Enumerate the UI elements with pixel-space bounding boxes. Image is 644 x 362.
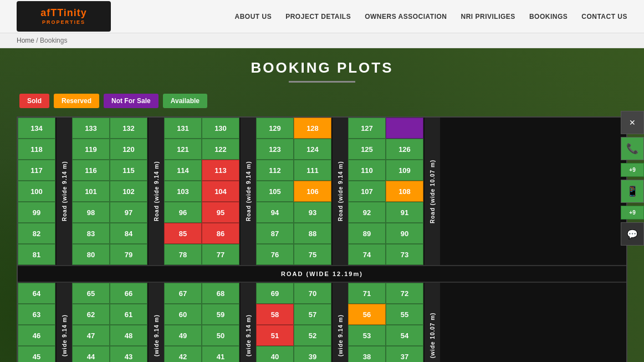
plot-84[interactable]: 84 (110, 223, 147, 244)
plot-38[interactable]: 38 (348, 346, 386, 362)
plot-119[interactable]: 119 (72, 139, 110, 160)
plot-80[interactable]: 80 (72, 244, 110, 265)
phone-number-2[interactable]: +9 (621, 206, 644, 220)
plot-81[interactable]: 81 (18, 244, 55, 265)
plot-89[interactable]: 89 (348, 223, 386, 244)
close-float-btn[interactable]: ✕ (621, 111, 644, 134)
plot-45[interactable]: 45 (18, 346, 55, 362)
plot-102[interactable]: 102 (110, 181, 147, 202)
plot-127b[interactable] (386, 118, 423, 139)
plot-61[interactable]: 61 (110, 304, 147, 325)
plot-93[interactable]: 93 (294, 202, 331, 223)
plot-90[interactable]: 90 (386, 223, 423, 244)
plot-97[interactable]: 97 (110, 202, 147, 223)
plot-85[interactable]: 85 (164, 223, 202, 244)
plot-129[interactable]: 129 (256, 118, 294, 139)
plot-91[interactable]: 91 (386, 202, 423, 223)
phone-icon-2[interactable]: 📱 (621, 180, 644, 203)
plot-106[interactable]: 106 (294, 181, 331, 202)
nav-owners[interactable]: OWNERS ASSOCIATION (365, 13, 447, 21)
plot-48[interactable]: 48 (110, 325, 147, 346)
plot-43[interactable]: 43 (110, 346, 147, 362)
nav-nri[interactable]: NRI PRIVILIGES (461, 13, 515, 21)
plot-79[interactable]: 79 (110, 244, 147, 265)
nav-project[interactable]: PROJECT DETAILS (285, 13, 351, 21)
plot-117[interactable]: 117 (18, 160, 55, 181)
whatsapp-icon[interactable]: 💬 (621, 222, 644, 246)
phone-number-1[interactable]: +9 (621, 163, 644, 177)
plot-126[interactable]: 126 (386, 139, 423, 160)
plot-66[interactable]: 66 (110, 283, 147, 304)
plot-115[interactable]: 115 (110, 160, 147, 181)
plot-55[interactable]: 55 (386, 304, 423, 325)
plot-46[interactable]: 46 (18, 325, 55, 346)
nav-bookings[interactable]: BOOKINGS (529, 13, 568, 21)
plot-87[interactable]: 87 (256, 223, 294, 244)
plot-130[interactable]: 130 (202, 118, 239, 139)
plot-63[interactable]: 63 (18, 304, 55, 325)
plot-123[interactable]: 123 (256, 139, 294, 160)
plot-73[interactable]: 73 (386, 244, 423, 265)
plot-94[interactable]: 94 (256, 202, 294, 223)
plot-86[interactable]: 86 (202, 223, 239, 244)
plot-128[interactable]: 128 (294, 118, 331, 139)
plot-78[interactable]: 78 (164, 244, 202, 265)
plot-56[interactable]: 56 (348, 304, 386, 325)
plot-114[interactable]: 114 (164, 160, 202, 181)
plot-112[interactable]: 112 (256, 160, 294, 181)
plot-120[interactable]: 120 (110, 139, 147, 160)
plot-70[interactable]: 70 (294, 283, 331, 304)
plot-111[interactable]: 111 (294, 160, 331, 181)
plot-99[interactable]: 99 (18, 202, 55, 223)
plot-68[interactable]: 68 (202, 283, 239, 304)
plot-42[interactable]: 42 (164, 346, 202, 362)
plot-133[interactable]: 133 (72, 118, 110, 139)
plot-39[interactable]: 39 (294, 346, 331, 362)
plot-121[interactable]: 121 (164, 139, 202, 160)
plot-110[interactable]: 110 (348, 160, 386, 181)
plot-124[interactable]: 124 (294, 139, 331, 160)
plot-52[interactable]: 52 (294, 325, 331, 346)
plot-71[interactable]: 71 (348, 283, 386, 304)
plot-116[interactable]: 116 (72, 160, 110, 181)
breadcrumb-home[interactable]: Home (17, 37, 34, 44)
plot-41[interactable]: 41 (202, 346, 239, 362)
nav-about[interactable]: ABOUT US (235, 13, 272, 21)
plot-92[interactable]: 92 (348, 202, 386, 223)
plot-103[interactable]: 103 (164, 181, 202, 202)
plot-75[interactable]: 75 (294, 244, 331, 265)
plot-134[interactable]: 134 (18, 118, 55, 139)
plot-74[interactable]: 74 (348, 244, 386, 265)
plot-122[interactable]: 122 (202, 139, 239, 160)
plot-98[interactable]: 98 (72, 202, 110, 223)
plot-76[interactable]: 76 (256, 244, 294, 265)
plot-72[interactable]: 72 (386, 283, 423, 304)
plot-104[interactable]: 104 (202, 181, 239, 202)
plot-50[interactable]: 50 (202, 325, 239, 346)
plot-44[interactable]: 44 (72, 346, 110, 362)
phone-icon-1[interactable]: 📞 (621, 137, 644, 160)
plot-125[interactable]: 125 (348, 139, 386, 160)
plot-96[interactable]: 96 (164, 202, 202, 223)
plot-127[interactable]: 127 (348, 118, 386, 139)
plot-69[interactable]: 69 (256, 283, 294, 304)
plot-101[interactable]: 101 (72, 181, 110, 202)
plot-88[interactable]: 88 (294, 223, 331, 244)
plot-65[interactable]: 65 (72, 283, 110, 304)
plot-67[interactable]: 67 (164, 283, 202, 304)
plot-62[interactable]: 62 (72, 304, 110, 325)
nav-contact[interactable]: CONTACT US (581, 13, 627, 21)
plot-113[interactable]: 113 (202, 160, 239, 181)
plot-49[interactable]: 49 (164, 325, 202, 346)
plot-37[interactable]: 37 (386, 346, 423, 362)
plot-109[interactable]: 109 (386, 160, 423, 181)
plot-131[interactable]: 131 (164, 118, 202, 139)
plot-107[interactable]: 107 (348, 181, 386, 202)
plot-95[interactable]: 95 (202, 202, 239, 223)
plot-47[interactable]: 47 (72, 325, 110, 346)
plot-57[interactable]: 57 (294, 304, 331, 325)
plot-118[interactable]: 118 (18, 139, 55, 160)
plot-60[interactable]: 60 (164, 304, 202, 325)
plot-100[interactable]: 100 (18, 181, 55, 202)
plot-58[interactable]: 58 (256, 304, 294, 325)
